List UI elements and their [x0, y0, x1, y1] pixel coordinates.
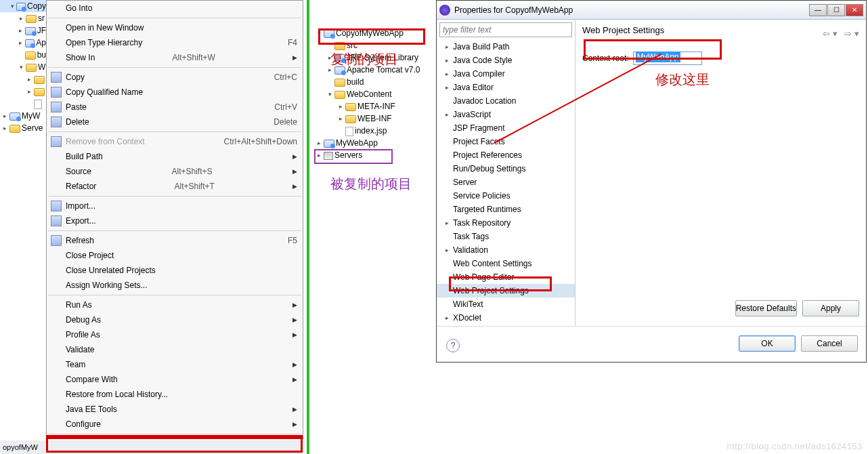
category-java-code-style[interactable]: Java Code Style [437, 54, 575, 67]
menu-item-validate[interactable]: Validate [47, 342, 303, 357]
category-java-compiler[interactable]: Java Compiler [437, 67, 575, 81]
category-task-repository[interactable]: Task Repository [437, 216, 575, 230]
tree-twisty[interactable] [316, 140, 322, 146]
menu-item-profile-as[interactable]: Profile As▶ [47, 327, 303, 342]
menu-item-debug-as[interactable]: Debug As▶ [47, 312, 303, 327]
category-server[interactable]: Server [437, 176, 575, 189]
menu-item-import-[interactable]: Import... [47, 199, 303, 213]
maximize-button[interactable]: ☐ [827, 4, 845, 16]
menu-item-open-type-hierarchy[interactable]: Open Type HierarchyF4 [47, 35, 303, 50]
tree-twisty[interactable] [443, 70, 450, 77]
menu-item-open-in-new-window[interactable]: Open in New Window [47, 20, 303, 35]
category-run-debug-settings[interactable]: Run/Debug Settings [437, 162, 575, 176]
tree-twisty[interactable] [18, 15, 24, 22]
tree-twisty[interactable] [326, 91, 333, 98]
menu-item-refactor[interactable]: RefactorAlt+Shift+T▶ [47, 179, 303, 194]
tree-item[interactable]: Serve [0, 122, 46, 134]
tree-twisty[interactable] [337, 103, 344, 110]
tree-item[interactable]: Ap [0, 37, 46, 49]
tree-twisty[interactable] [443, 111, 450, 118]
menu-shortcut: Ctrl+V [274, 102, 297, 112]
category-task-tags[interactable]: Task Tags [437, 230, 575, 243]
category-java-editor[interactable]: Java Editor [437, 81, 575, 94]
tree-twisty[interactable] [443, 57, 450, 64]
tree-twisty[interactable] [18, 64, 24, 70]
category-label: Java Editor [453, 83, 494, 92]
tree-twisty[interactable] [443, 220, 450, 226]
menu-item-source[interactable]: SourceAlt+Shift+S▶ [47, 164, 303, 179]
menu-item-close-unrelated-projects[interactable]: Close Unrelated Projects [47, 263, 303, 278]
category-validation[interactable]: Validation [437, 243, 575, 257]
category-jsp-fragment[interactable]: JSP Fragment [437, 121, 575, 135]
menu-item-team[interactable]: Team▶ [47, 357, 303, 372]
apply-button[interactable]: Apply [802, 300, 859, 316]
menu-item-export-[interactable]: Export... [47, 213, 303, 228]
menu-shortcut: Alt+Shift+S [171, 167, 212, 176]
menu-item-go-into[interactable]: Go Into [47, 1, 303, 16]
menu-item-run-as[interactable]: Run As▶ [47, 297, 303, 312]
tree-twisty[interactable] [9, 3, 15, 9]
tree-item[interactable]: WEB-INF [313, 112, 433, 125]
tree-item[interactable]: W [0, 61, 46, 73]
menu-item-configure[interactable]: Configure▶ [47, 417, 303, 432]
tree-item[interactable] [0, 98, 46, 110]
tree-item[interactable]: index.jsp [313, 125, 433, 137]
category-wikitext[interactable]: WikiText [437, 297, 575, 311]
tree-twisty[interactable] [18, 39, 24, 46]
menu-item-paste[interactable]: PasteCtrl+V [47, 100, 303, 115]
menu-item-copy-qualified-name[interactable]: Copy Qualified Name [47, 85, 303, 100]
tree-twisty[interactable] [443, 84, 450, 91]
tree-twisty[interactable] [443, 43, 450, 50]
close-button[interactable]: ✕ [846, 4, 863, 16]
tree-item[interactable]: JF [0, 24, 46, 37]
nav-arrows[interactable]: ⇦ ▾ ⇨ ▾ [823, 28, 859, 39]
category-web-content-settings[interactable]: Web Content Settings [437, 257, 575, 270]
tree-twisty[interactable] [337, 115, 344, 122]
tree-item[interactable]: MyWebApp [313, 137, 433, 149]
minimize-button[interactable]: — [809, 4, 827, 16]
restore-defaults-button[interactable]: Restore Defaults [735, 300, 797, 316]
tree-item[interactable]: build [313, 76, 433, 88]
menu-label: Java EE Tools [66, 405, 117, 414]
tree-twisty[interactable] [1, 112, 8, 119]
menu-item-close-project[interactable]: Close Project [47, 248, 303, 263]
menu-item-refresh[interactable]: RefreshF5 [47, 233, 303, 248]
menu-item-remove-from-context: Remove from ContextCtrl+Alt+Shift+Down [47, 134, 303, 149]
menu-item-compare-with[interactable]: Compare With▶ [47, 372, 303, 387]
menu-item-build-path[interactable]: Build Path▶ [47, 149, 303, 164]
menu-item-delete[interactable]: DeleteDelete [47, 115, 303, 129]
ok-button[interactable]: OK [739, 335, 796, 352]
menu-item-show-in[interactable]: Show InAlt+Shift+W▶ [47, 50, 303, 65]
category-javadoc-location[interactable]: Javadoc Location [437, 94, 575, 108]
tree-twisty[interactable] [26, 88, 32, 95]
tree-twisty[interactable] [443, 314, 450, 321]
tree-item[interactable]: sr [0, 12, 46, 24]
category-label: Validation [453, 245, 488, 255]
cancel-button[interactable]: Cancel [801, 335, 858, 352]
tree-item[interactable]: MyW [0, 110, 46, 122]
filter-input[interactable] [439, 22, 572, 37]
tree-twisty[interactable] [1, 125, 8, 131]
help-icon[interactable]: ? [446, 339, 460, 352]
menu-item-java-ee-tools[interactable]: Java EE Tools▶ [47, 402, 303, 417]
category-java-build-path[interactable]: Java Build Path [437, 40, 575, 54]
tree-twisty[interactable] [443, 247, 450, 253]
dialog-titlebar[interactable]: Properties for CopyofMyWebApp — ☐ ✕ [437, 1, 866, 20]
tree-item[interactable]: bu [0, 49, 46, 61]
folder-icon [345, 103, 356, 111]
menu-item-assign-working-sets-[interactable]: Assign Working Sets... [47, 278, 303, 293]
tree-item[interactable]: META-INF [313, 100, 433, 112]
menu-item-copy[interactable]: CopyCtrl+C [47, 70, 303, 85]
menu-item-restore-from-local-history-[interactable]: Restore from Local History... [47, 387, 303, 402]
category-targeted-runtimes[interactable]: Targeted Runtimes [437, 203, 575, 216]
tree-item[interactable] [0, 73, 46, 85]
category-xdoclet[interactable]: XDoclet [437, 311, 575, 325]
tree-item[interactable]: Copy [0, 0, 46, 12]
tree-item[interactable] [0, 85, 46, 98]
tree-twisty[interactable] [18, 27, 24, 34]
menu-label: Debug As [66, 315, 101, 325]
category-project-references[interactable]: Project References [437, 148, 575, 162]
tree-twisty[interactable] [26, 76, 32, 83]
tree-item[interactable]: WebContent [313, 88, 433, 100]
category-service-policies[interactable]: Service Policies [437, 189, 575, 203]
